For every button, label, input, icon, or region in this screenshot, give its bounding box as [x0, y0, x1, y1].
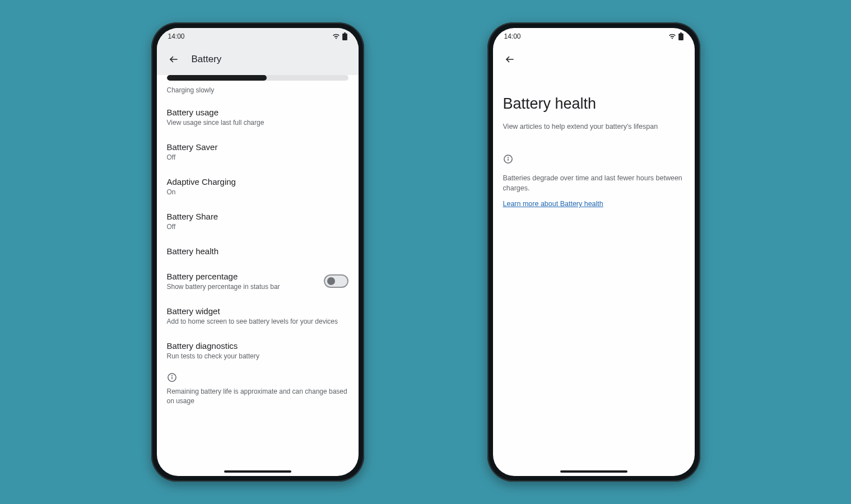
item-title: Adaptive Charging [167, 177, 348, 186]
item-subtitle: Show battery percentage in status bar [167, 283, 280, 291]
item-adaptive-charging[interactable]: Adaptive Charging On [167, 169, 348, 204]
gesture-bar[interactable] [560, 470, 627, 473]
battery-progress-fill [167, 75, 267, 81]
item-title: Battery health [167, 246, 348, 256]
page-title: Battery health [493, 75, 695, 123]
item-title: Battery diagnostics [167, 341, 348, 351]
svg-point-5 [171, 376, 172, 376]
battery-progress-bar [167, 75, 348, 81]
battery-icon [342, 32, 347, 40]
wifi-icon [668, 32, 676, 40]
battery-percentage-toggle[interactable] [324, 274, 348, 288]
item-title: Battery widget [167, 306, 348, 316]
item-battery-share[interactable]: Battery Share Off [167, 204, 348, 239]
svg-rect-1 [343, 32, 346, 34]
item-battery-usage[interactable]: Battery usage View usage since last full… [167, 100, 348, 134]
item-battery-saver[interactable]: Battery Saver Off [167, 134, 348, 169]
settings-list[interactable]: Battery usage View usage since last full… [157, 100, 359, 476]
back-button[interactable] [167, 53, 180, 66]
phone-mockup-battery-settings: 14:00 Battery Charging slowly Battery us… [151, 22, 364, 482]
item-subtitle: Off [167, 223, 348, 231]
item-battery-health[interactable]: Battery health [167, 239, 348, 264]
svg-rect-0 [342, 34, 347, 40]
toggle-thumb [327, 277, 335, 285]
status-bar: 14:00 [493, 28, 695, 45]
status-time: 14:00 [504, 32, 521, 40]
phone-mockup-battery-health: 14:00 Battery health View articles to he… [487, 22, 700, 482]
info-icon [167, 372, 177, 382]
item-battery-widget[interactable]: Battery widget Add to home screen to see… [167, 298, 348, 333]
footnote-text: Remaining battery life is approximate an… [167, 387, 348, 406]
learn-more-link[interactable]: Learn more about Battery health [503, 200, 603, 208]
item-subtitle: View usage since last full charge [167, 119, 348, 127]
app-bar [493, 45, 695, 75]
arrow-left-icon [169, 54, 179, 64]
page-title: Battery [192, 54, 222, 65]
item-title: Battery percentage [167, 272, 280, 281]
charging-status: Charging slowly [167, 86, 348, 94]
battery-health-description: Batteries degrade over time and last few… [503, 173, 685, 193]
gesture-bar[interactable] [224, 470, 291, 473]
item-subtitle: On [167, 188, 348, 196]
app-bar: Battery [157, 45, 359, 75]
page-subtitle: View articles to help extend your batter… [493, 123, 695, 150]
item-battery-diagnostics[interactable]: Battery diagnostics Run tests to check y… [167, 333, 348, 368]
back-button[interactable] [503, 53, 517, 66]
item-title: Battery usage [167, 108, 348, 117]
info-icon [503, 154, 513, 164]
battery-icon [678, 32, 683, 40]
svg-point-11 [508, 157, 508, 158]
arrow-left-icon [505, 54, 515, 64]
item-subtitle: Add to home screen to see battery levels… [167, 318, 348, 325]
status-time: 14:00 [168, 32, 185, 40]
item-title: Battery Share [167, 212, 348, 221]
svg-rect-6 [678, 34, 683, 40]
item-title: Battery Saver [167, 142, 348, 152]
svg-rect-7 [680, 32, 682, 34]
item-subtitle: Off [167, 153, 348, 161]
wifi-icon [332, 32, 340, 40]
status-bar: 14:00 [157, 28, 359, 45]
item-battery-percentage[interactable]: Battery percentage Show battery percenta… [167, 264, 348, 298]
item-subtitle: Run tests to check your battery [167, 352, 348, 360]
battery-health-body: Batteries degrade over time and last few… [493, 150, 695, 208]
